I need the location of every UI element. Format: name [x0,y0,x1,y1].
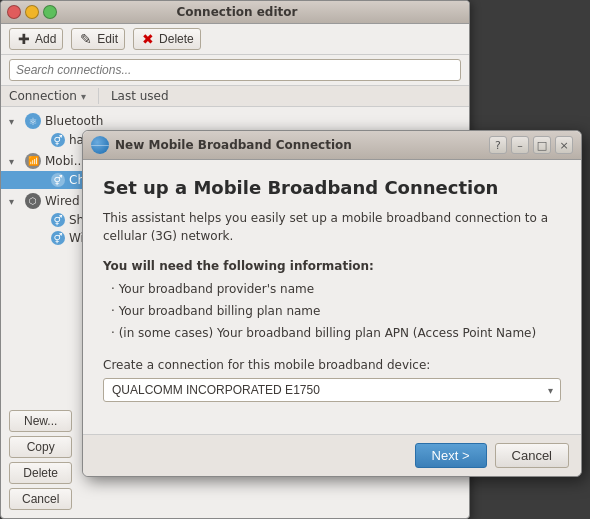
new-button[interactable]: New... [9,410,72,432]
column-headers: Connection ▾ Last used [1,86,469,107]
edit-button[interactable]: ✎ Edit [71,28,125,50]
delete-button[interactable]: ✖ Delete [133,28,201,50]
modal-heading: Set up a Mobile Broadband Connection [103,176,561,199]
window-controls [7,5,57,19]
close-button[interactable] [7,5,21,19]
device-select[interactable]: QUALCOMM INCORPORATED E1750 [103,378,561,402]
modal-description: This assistant helps you easily set up a… [103,209,561,245]
connection-icon: ⚥ [51,231,65,245]
bluetooth-icon: ⚛ [25,113,41,129]
wired-icon: ⬡ [25,193,41,209]
window-title: Connection editor [177,5,298,19]
mobile-icon: 📶 [25,153,41,169]
expand-icon: ▾ [9,116,21,127]
side-buttons: New... Copy Delete Cancel [9,410,72,510]
bg-cancel-button[interactable]: Cancel [9,488,72,510]
delete-icon: ✖ [140,31,156,47]
list-item: · Your broadband billing plan name [111,301,561,323]
globe-icon [91,136,109,154]
modal-minimize-button[interactable]: – [511,136,529,154]
connection-column-header: Connection ▾ [1,86,94,106]
search-input[interactable] [9,59,461,81]
modal-info-title: You will need the following information: [103,259,561,273]
expand-icon: ▾ [9,196,21,207]
maximize-button[interactable] [43,5,57,19]
modal-content: Set up a Mobile Broadband Connection Thi… [83,160,581,434]
mobile-broadband-dialog: New Mobile Broadband Connection ? – □ × … [82,130,582,477]
modal-info-list: · Your broadband provider's name · Your … [103,279,561,344]
add-icon: ✚ [16,31,32,47]
list-item: · (in some cases) Your broadband billing… [111,323,561,345]
cancel-button[interactable]: Cancel [495,443,569,468]
minimize-button[interactable] [25,5,39,19]
modal-footer: Next > Cancel [83,434,581,476]
bluetooth-section-header[interactable]: ▾ ⚛ Bluetooth [1,111,469,131]
connection-editor-titlebar: Connection editor [1,1,469,24]
modal-title-left: New Mobile Broadband Connection [91,136,352,154]
last-used-column-header: Last used [103,86,177,106]
toolbar: ✚ Add ✎ Edit ✖ Delete [1,24,469,55]
connection-icon: ⚥ [51,173,65,187]
edit-icon: ✎ [78,31,94,47]
device-select-wrap: QUALCOMM INCORPORATED E1750 ▾ [103,378,561,402]
modal-titlebar: New Mobile Broadband Connection ? – □ × [83,131,581,160]
copy-button[interactable]: Copy [9,436,72,458]
add-button[interactable]: ✚ Add [9,28,63,50]
modal-help-button[interactable]: ? [489,136,507,154]
search-area [1,55,469,86]
list-item: · Your broadband provider's name [111,279,561,301]
modal-device-label: Create a connection for this mobile broa… [103,358,561,372]
connection-icon: ⚥ [51,133,65,147]
chevron-down-icon: ▾ [81,91,86,102]
modal-maximize-button[interactable]: □ [533,136,551,154]
modal-window-controls: ? – □ × [489,136,573,154]
expand-icon: ▾ [9,156,21,167]
modal-title: New Mobile Broadband Connection [115,138,352,152]
next-button[interactable]: Next > [415,443,487,468]
connection-icon: ⚥ [51,213,65,227]
modal-close-button[interactable]: × [555,136,573,154]
bg-delete-button[interactable]: Delete [9,462,72,484]
